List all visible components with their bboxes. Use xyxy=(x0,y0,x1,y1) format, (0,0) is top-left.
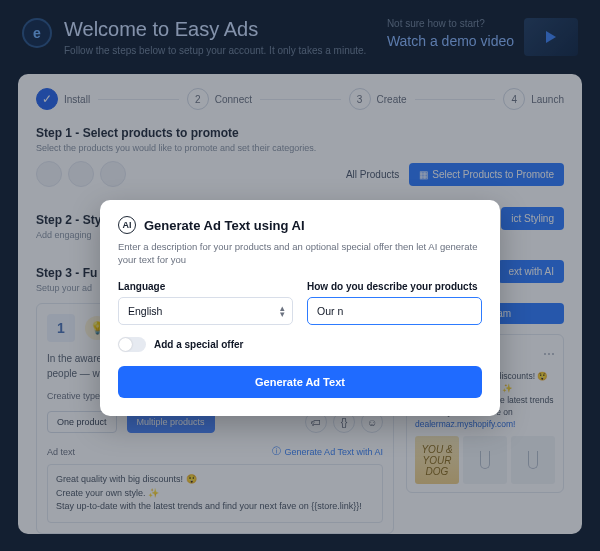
modal-title: Generate Ad Text using AI xyxy=(144,218,305,233)
generate-button[interactable]: Generate Ad Text xyxy=(118,366,482,398)
ai-text-modal: AI Generate Ad Text using AI Enter a des… xyxy=(100,200,500,416)
special-offer-toggle[interactable] xyxy=(118,337,146,352)
language-label: Language xyxy=(118,281,293,292)
chevron-updown-icon: ▴▾ xyxy=(280,305,285,317)
ai-icon: AI xyxy=(118,216,136,234)
toggle-label: Add a special offer xyxy=(154,339,243,350)
modal-subtitle: Enter a description for your products an… xyxy=(118,240,482,267)
language-select[interactable] xyxy=(118,297,293,325)
description-input[interactable] xyxy=(307,297,482,325)
description-label: How do you describe your products xyxy=(307,281,482,292)
